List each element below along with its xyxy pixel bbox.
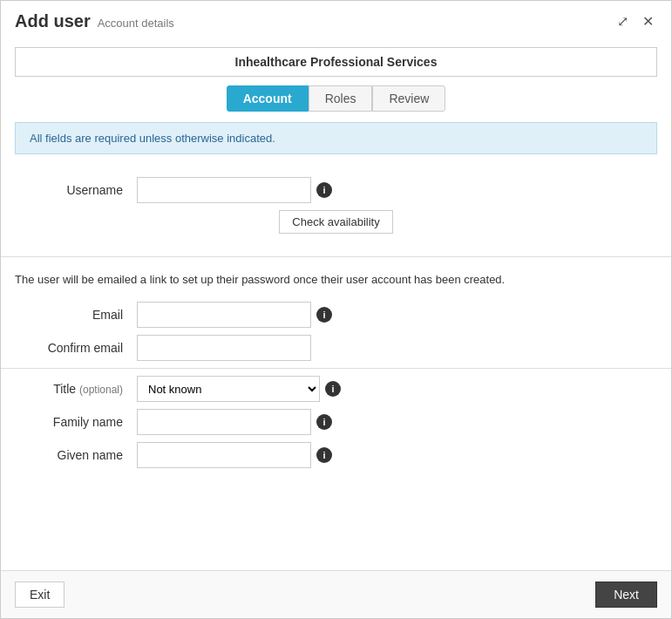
family-name-input[interactable] (137, 409, 311, 435)
dialog-body: Inhealthcare Professional Services Accou… (1, 38, 671, 570)
tab-review[interactable]: Review (372, 85, 445, 112)
title-info-icon: i (325, 381, 341, 397)
confirm-email-label: Confirm email (15, 341, 137, 355)
expand-button[interactable]: ⤢ (614, 11, 632, 31)
email-row: Email i (1, 302, 671, 328)
divider-1 (1, 256, 671, 257)
title-optional: (optional) (79, 384, 123, 396)
family-name-row: Family name i (1, 409, 671, 435)
dialog-footer: Exit Next (1, 570, 671, 618)
given-name-row: Given name i (1, 442, 671, 468)
given-name-label: Given name (15, 448, 137, 462)
dialog-title-main: Add user (15, 11, 91, 31)
divider-2 (1, 368, 671, 369)
given-name-info-icon: i (316, 447, 332, 463)
dialog-title-sub: Account details (98, 17, 174, 30)
username-row: Username i (1, 177, 671, 203)
dialog-title: Add user Account details (15, 11, 174, 31)
tabs-row: Account Roles Review (1, 85, 671, 112)
email-info-icon: i (316, 307, 332, 323)
username-section: Username i Check availability (1, 163, 671, 249)
confirm-email-input[interactable] (137, 335, 311, 361)
username-label: Username (15, 183, 137, 197)
info-banner: All fields are required unless otherwise… (15, 122, 657, 154)
email-label: Email (15, 308, 137, 322)
dialog-header: Add user Account details ⤢ ✕ (1, 1, 671, 38)
password-note: The user will be emailed a link to set u… (1, 264, 671, 295)
title-select[interactable]: Not known Mr Mrs Miss Ms Dr Prof (137, 376, 320, 402)
title-label: Title (optional) (15, 382, 137, 396)
email-input[interactable] (137, 302, 311, 328)
check-availability-row: Check availability (1, 210, 671, 234)
tab-account[interactable]: Account (227, 85, 309, 112)
dialog-header-icons: ⤢ ✕ (614, 11, 657, 31)
exit-button[interactable]: Exit (15, 582, 64, 608)
family-name-info-icon: i (316, 414, 332, 430)
close-button[interactable]: ✕ (639, 11, 657, 31)
add-user-dialog: Add user Account details ⤢ ✕ Inhealthcar… (0, 0, 672, 619)
username-input[interactable] (137, 177, 311, 203)
tab-roles[interactable]: Roles (309, 85, 373, 112)
family-name-label: Family name (15, 415, 137, 429)
check-availability-button[interactable]: Check availability (279, 210, 392, 234)
username-info-icon: i (316, 182, 332, 198)
title-row: Title (optional) Not known Mr Mrs Miss M… (1, 376, 671, 402)
given-name-input[interactable] (137, 442, 311, 468)
confirm-email-row: Confirm email (1, 335, 671, 361)
next-button[interactable]: Next (595, 582, 657, 608)
org-bar: Inhealthcare Professional Services (15, 47, 657, 77)
